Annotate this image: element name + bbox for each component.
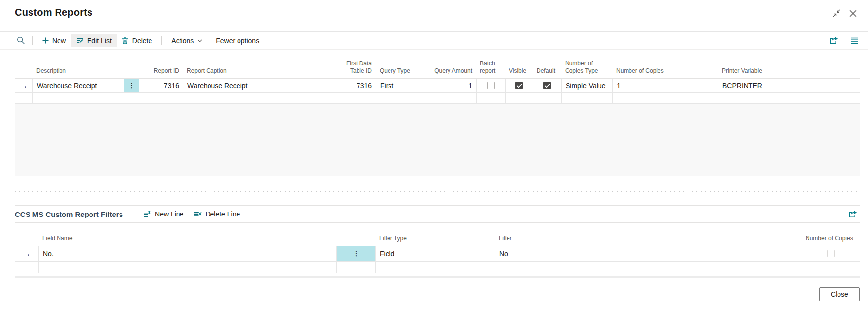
trash-icon — [121, 37, 129, 45]
filters-header-row: Field Name Filter Type Filter Number of … — [15, 223, 860, 246]
cell-query-amount[interactable]: 1 — [423, 79, 477, 92]
table-header-row: Description Report ID Report Caption Fir… — [15, 50, 860, 79]
col-header-description[interactable]: Description — [32, 67, 124, 78]
table-row: → Warehouse Receipt ⋮ 7316 Warehouse Rec… — [15, 79, 860, 93]
col-header-default[interactable]: Default — [533, 67, 561, 78]
col-header-number-of-copies[interactable]: Number of Copies — [802, 235, 860, 246]
share-icon[interactable] — [829, 36, 838, 45]
cell-description[interactable]: Warehouse Receipt — [33, 79, 124, 92]
edit-list-button[interactable]: Edit List — [71, 34, 117, 47]
col-header-field-name[interactable]: Field Name — [38, 235, 336, 246]
page-title: Custom Reports — [15, 7, 92, 18]
edit-list-button-label: Edit List — [87, 37, 112, 45]
col-header-printer-variable[interactable]: Printer Variable — [718, 67, 860, 78]
cell-batch-report — [477, 79, 506, 92]
actions-menu-label: Actions — [171, 37, 194, 45]
horizontal-scrollbar[interactable] — [15, 276, 860, 278]
section-divider — [131, 209, 131, 219]
chevron-down-icon — [197, 39, 202, 42]
new-button[interactable]: New — [37, 34, 71, 47]
empty-cell[interactable] — [33, 93, 124, 103]
col-header-row-menu — [336, 242, 375, 246]
col-header-number-of-copies-type[interactable]: Number of Copies Type — [561, 60, 612, 78]
filters-table: Field Name Filter Type Filter Number of … — [15, 223, 860, 273]
empty-cell[interactable] — [124, 93, 139, 103]
col-header-number-of-copies[interactable]: Number of Copies — [612, 67, 718, 78]
col-header-report-id[interactable]: Report ID — [139, 67, 183, 78]
col-header-report-caption[interactable]: Report Caption — [183, 67, 328, 78]
active-row-indicator: → — [15, 79, 33, 92]
empty-cell[interactable] — [423, 93, 477, 103]
col-header-visible[interactable]: Visible — [505, 67, 533, 78]
empty-cell[interactable] — [376, 93, 423, 103]
part-separator — [15, 191, 860, 192]
col-header-filter-type[interactable]: Filter Type — [375, 235, 495, 246]
col-header-filter[interactable]: Filter — [495, 235, 802, 246]
cell-first-data-table-id[interactable]: 7316 — [328, 79, 376, 92]
cell-default — [533, 79, 562, 92]
visible-checkbox[interactable] — [515, 82, 523, 89]
cell-number-of-copies[interactable]: 1 — [613, 79, 718, 92]
empty-cell[interactable] — [506, 93, 533, 103]
row-menu-icon[interactable]: ⋮ — [337, 246, 376, 261]
new-button-label: New — [52, 37, 66, 45]
toolbar-divider — [32, 36, 33, 45]
delete-line-label: Delete Line — [205, 210, 240, 218]
col-header-query-amount[interactable]: Query Amount — [423, 67, 476, 78]
empty-cell[interactable] — [802, 262, 860, 273]
cell-filter[interactable]: No — [495, 246, 802, 261]
delete-button[interactable]: Delete — [117, 34, 157, 47]
new-line-icon — [143, 211, 151, 218]
delete-line-button[interactable]: Delete Line — [188, 208, 245, 220]
col-header-batch-report[interactable]: Batch report — [476, 60, 505, 78]
default-checkbox[interactable] — [543, 82, 551, 89]
empty-cell[interactable] — [376, 262, 495, 273]
cell-filter-type[interactable]: Field — [376, 246, 495, 261]
empty-cell[interactable] — [495, 262, 802, 273]
cell-number-of-copies-type[interactable]: Simple Value — [562, 79, 613, 92]
active-row-indicator: → — [15, 246, 39, 261]
empty-cell[interactable] — [613, 93, 718, 103]
window-controls — [832, 9, 857, 18]
empty-cell — [15, 93, 33, 103]
cell-printer-variable[interactable]: BCPRINTER — [718, 79, 860, 92]
delete-button-label: Delete — [132, 37, 152, 45]
new-line-button[interactable]: New Line — [138, 208, 188, 220]
empty-cell[interactable] — [533, 93, 562, 103]
filters-section-title: CCS MS Custom Report Filters — [15, 210, 131, 218]
empty-cell[interactable] — [39, 262, 337, 273]
list-view-icon[interactable] — [850, 37, 858, 44]
cell-report-caption[interactable]: Warehouse Receipt — [183, 79, 328, 92]
cell-query-type[interactable]: First — [376, 79, 423, 92]
empty-cell[interactable] — [718, 93, 860, 103]
filters-table-row-empty — [15, 262, 860, 273]
new-line-label: New Line — [155, 210, 183, 218]
collapse-window-icon[interactable] — [832, 9, 841, 18]
empty-cell[interactable] — [183, 93, 328, 103]
col-header-first-data-table-id[interactable]: First Data Table ID — [328, 60, 376, 78]
actions-menu-button[interactable]: Actions — [166, 34, 207, 47]
fewer-options-label: Fewer options — [216, 37, 259, 45]
toolbar-divider — [161, 36, 162, 45]
table-row-empty — [15, 93, 860, 104]
cell-field-name[interactable]: No. — [39, 246, 337, 261]
toolbar-right-icons — [829, 36, 858, 45]
close-window-icon[interactable] — [849, 9, 857, 18]
col-header-row-menu — [124, 75, 139, 78]
batch-report-checkbox[interactable] — [487, 82, 495, 89]
empty-grid-area — [15, 104, 860, 176]
close-button[interactable]: Close — [819, 287, 860, 301]
empty-cell[interactable] — [139, 93, 183, 103]
search-button[interactable] — [14, 34, 28, 47]
row-menu-icon[interactable]: ⋮ — [124, 79, 139, 92]
col-header-query-type[interactable]: Query Type — [376, 67, 423, 78]
empty-cell[interactable] — [337, 262, 376, 273]
empty-cell[interactable] — [328, 93, 376, 103]
col-header-spacer — [15, 75, 32, 78]
empty-cell[interactable] — [562, 93, 613, 103]
cell-report-id[interactable]: 7316 — [139, 79, 183, 92]
empty-cell[interactable] — [477, 93, 506, 103]
fewer-options-button[interactable]: Fewer options — [211, 34, 264, 47]
share-icon[interactable] — [848, 210, 858, 218]
number-of-copies-checkbox[interactable] — [827, 250, 835, 257]
